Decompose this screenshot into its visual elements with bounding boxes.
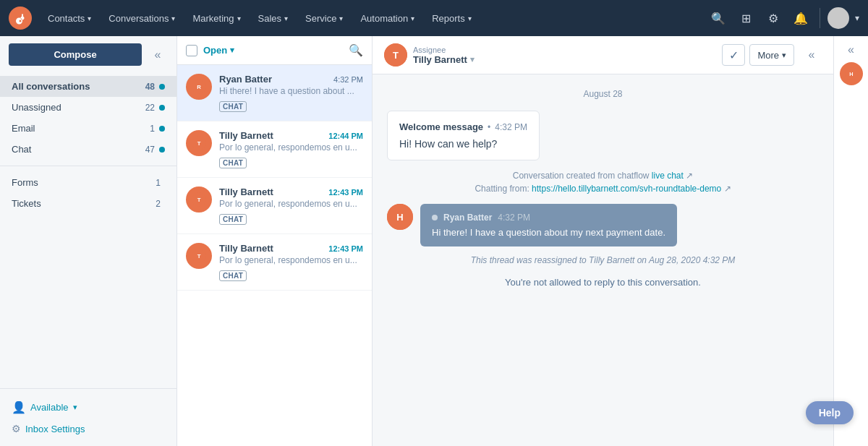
resolve-button[interactable]: ✓ bbox=[722, 44, 745, 66]
sender-name: Ryan Batter bbox=[443, 213, 492, 223]
left-sidebar: Compose « All conversations 48 Unassigne… bbox=[0, 36, 177, 446]
nav-marketing[interactable]: Marketing ▾ bbox=[185, 9, 247, 28]
notifications-icon[interactable]: 🔔 bbox=[789, 7, 812, 30]
nav-sales[interactable]: Sales ▾ bbox=[251, 9, 296, 28]
reassign-message: This thread was reassigned to Tilly Barn… bbox=[387, 255, 819, 265]
unread-dot bbox=[159, 147, 165, 153]
conversation-content: Tilly Barnett 12:43 PM Por lo general, r… bbox=[219, 243, 363, 281]
chevron-down-icon: ▾ bbox=[88, 14, 91, 22]
chevron-down-icon: ▾ bbox=[237, 14, 241, 22]
chat-header-actions: ✓ More ▾ bbox=[722, 44, 794, 66]
svg-text:H: H bbox=[849, 71, 853, 77]
unread-dot bbox=[159, 84, 165, 90]
sidebar-item-tickets[interactable]: Tickets 2 bbox=[0, 193, 176, 214]
unread-dot bbox=[159, 105, 165, 111]
status-dot bbox=[432, 215, 438, 220]
sidebar-item-email[interactable]: Email 1 bbox=[0, 118, 176, 139]
chevron-down-icon: ▾ bbox=[339, 14, 343, 22]
conversation-item[interactable]: R Ryan Batter 4:32 PM Hi there! I have a… bbox=[177, 65, 372, 121]
sidebar-top: Compose « bbox=[0, 36, 176, 73]
unread-dot bbox=[159, 126, 165, 132]
assignee-label: Assignee bbox=[413, 46, 475, 54]
conversation-content: Tilly Barnett 12:43 PM Por lo general, r… bbox=[219, 186, 363, 225]
avatar: R bbox=[186, 74, 212, 100]
chevron-down-icon: ▾ bbox=[284, 14, 288, 22]
top-navigation: Contacts ▾ Conversations ▾ Marketing ▾ S… bbox=[0, 0, 868, 36]
main-layout: Compose « All conversations 48 Unassigne… bbox=[0, 36, 868, 446]
more-options-button[interactable]: More ▾ bbox=[749, 44, 794, 66]
chat-panel-collapse-button[interactable]: « bbox=[801, 45, 822, 65]
available-status-button[interactable]: 👤 Available ▾ bbox=[12, 396, 165, 419]
search-button[interactable]: 🔍 bbox=[707, 7, 730, 30]
avatar: T bbox=[186, 130, 212, 156]
svg-text:R: R bbox=[197, 84, 201, 90]
compose-button[interactable]: Compose bbox=[9, 43, 142, 66]
nav-contacts[interactable]: Contacts ▾ bbox=[41, 9, 98, 28]
sender-avatar: H bbox=[387, 204, 413, 230]
svg-text:T: T bbox=[197, 140, 201, 147]
svg-text:T: T bbox=[197, 197, 201, 203]
svg-text:H: H bbox=[396, 212, 403, 223]
divider bbox=[0, 166, 176, 166]
conversation-item[interactable]: T Tilly Barnett 12:43 PM Por lo general,… bbox=[177, 178, 372, 234]
live-chat-link[interactable]: live chat bbox=[652, 171, 684, 181]
message-body: Hi there! I have a question about my nex… bbox=[432, 227, 665, 238]
conversation-content: Tilly Barnett 12:44 PM Por lo general, r… bbox=[219, 130, 363, 168]
conversation-content: Ryan Batter 4:32 PM Hi there! I have a q… bbox=[219, 74, 363, 112]
avatar: T bbox=[186, 186, 212, 213]
message-title: Welcome message bbox=[399, 121, 483, 132]
welcome-message-card: Welcome message • 4:32 PM Hi! How can we… bbox=[387, 111, 540, 160]
conversations-list-header: Open ▾ 🔍 bbox=[177, 36, 372, 65]
nav-service[interactable]: Service ▾ bbox=[298, 9, 350, 28]
nav-automation[interactable]: Automation ▾ bbox=[353, 9, 422, 28]
conversation-item[interactable]: T Tilly Barnett 12:44 PM Por lo general,… bbox=[177, 121, 372, 178]
svg-text:T: T bbox=[197, 253, 201, 260]
chevron-down-icon[interactable]: ▾ bbox=[470, 55, 475, 64]
divider bbox=[820, 8, 820, 28]
conversation-item[interactable]: T Tilly Barnett 12:43 PM Por lo general,… bbox=[177, 234, 372, 291]
avatar: T bbox=[186, 243, 212, 269]
message-time: 4:32 PM bbox=[498, 213, 530, 223]
assignee-info: T Assignee Tilly Barnett ▾ bbox=[384, 43, 715, 67]
assignee-name[interactable]: Tilly Barnett ▾ bbox=[413, 54, 475, 65]
nav-conversations[interactable]: Conversations ▾ bbox=[101, 9, 182, 28]
chevron-down-icon: ▾ bbox=[171, 14, 175, 22]
person-icon: 👤 bbox=[12, 400, 26, 414]
select-all-checkbox[interactable] bbox=[186, 45, 197, 56]
nav-reports[interactable]: Reports ▾ bbox=[425, 9, 479, 28]
settings-icon[interactable]: ⚙ bbox=[762, 7, 785, 30]
conversations-list: Open ▾ 🔍 R Ryan Batter 4:32 PM Hi there!… bbox=[177, 36, 373, 446]
sidebar-collapse-button[interactable]: « bbox=[148, 45, 168, 65]
chat-header: T Assignee Tilly Barnett ▾ ✓ More ▾ « bbox=[373, 36, 833, 74]
sidebar-item-all-conversations[interactable]: All conversations 48 bbox=[0, 76, 176, 97]
message-body: Hi! How can we help? bbox=[399, 138, 527, 150]
external-link-icon: ↗ bbox=[686, 171, 693, 181]
chatflow-url-link[interactable]: https://hello.tillybarnett.com/svh-round… bbox=[532, 184, 721, 194]
chevron-down-icon: ▾ bbox=[411, 14, 414, 22]
sidebar-bottom: 👤 Available ▾ ⚙ Inbox Settings bbox=[0, 388, 176, 446]
chevron-down-icon: ▾ bbox=[73, 403, 77, 412]
chat-bubble: Ryan Batter 4:32 PM Hi there! I have a q… bbox=[420, 204, 677, 246]
message-time: 4:32 PM bbox=[495, 122, 527, 132]
sidebar-item-unassigned[interactable]: Unassigned 22 bbox=[0, 97, 176, 118]
gear-icon: ⚙ bbox=[12, 423, 21, 434]
sidebar-navigation: All conversations 48 Unassigned 22 Email… bbox=[0, 73, 176, 217]
sidebar-item-forms[interactable]: Forms 1 bbox=[0, 172, 176, 193]
sidebar-item-chat[interactable]: Chat 47 bbox=[0, 139, 176, 160]
user-avatar[interactable] bbox=[827, 7, 849, 29]
chevron-down-icon: ▾ bbox=[782, 51, 786, 60]
chat-body: August 28 Welcome message • 4:32 PM Hi! … bbox=[373, 74, 833, 446]
marketplace-icon[interactable]: ⊞ bbox=[734, 7, 757, 30]
inbox-settings-link[interactable]: ⚙ Inbox Settings bbox=[12, 419, 165, 439]
user-menu-chevron[interactable]: ▾ bbox=[855, 13, 859, 23]
conversation-search-button[interactable]: 🔍 bbox=[349, 43, 363, 57]
chat-area: T Assignee Tilly Barnett ▾ ✓ More ▾ « bbox=[373, 36, 833, 446]
hubspot-logo[interactable] bbox=[9, 7, 32, 30]
user-chat-row: H Ryan Batter 4:32 PM Hi there! I have a… bbox=[387, 204, 819, 246]
date-divider: August 28 bbox=[387, 89, 819, 99]
right-panel-collapse-button[interactable]: « bbox=[848, 43, 854, 56]
hubspot-badge[interactable]: H bbox=[840, 62, 863, 85]
chevron-down-icon: ▾ bbox=[468, 14, 472, 22]
help-button[interactable]: Help bbox=[806, 401, 854, 424]
status-filter-button[interactable]: Open ▾ bbox=[203, 45, 234, 56]
